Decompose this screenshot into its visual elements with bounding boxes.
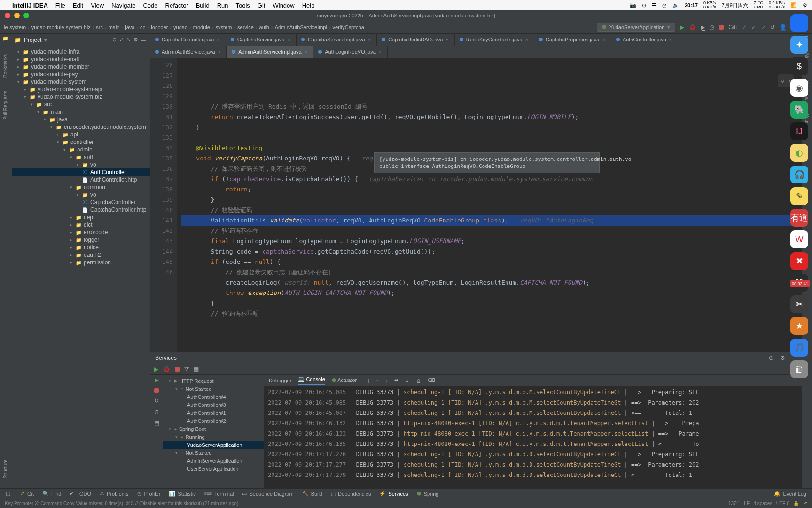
debug-button[interactable]: 🐞 <box>689 24 696 31</box>
menu-file[interactable]: File <box>55 2 65 9</box>
dock-app[interactable]: ✦ <box>790 36 808 54</box>
toolwindow-bookmarks[interactable]: Bookmarks <box>3 54 8 78</box>
dock-app[interactable]: ◉ <box>790 79 808 97</box>
menubar-control-center-icon[interactable]: ⚙ <box>803 2 807 8</box>
dock-app[interactable]: ★ <box>790 317 808 335</box>
dock-app[interactable]: 🗑 <box>790 360 808 378</box>
menu-build[interactable]: Build <box>196 2 210 9</box>
close-tab-icon[interactable]: × <box>669 37 672 42</box>
code-line[interactable]: // 缓存登陆用户到 Redis 中，返回 sessionId 编号 <box>181 102 802 112</box>
services-filter-icon[interactable]: ⧩ <box>184 366 189 373</box>
project-tree-row[interactable]: ▸📁yudao-module-mall <box>12 56 150 63</box>
services-settings-icon[interactable]: ⊙ <box>769 355 773 361</box>
close-tab-icon[interactable]: × <box>379 49 382 55</box>
editor-tab[interactable]: CaptchaService.java× <box>226 34 297 46</box>
breadcrumb[interactable]: le-system›yudao-module-system-biz›src›ma… <box>4 24 594 30</box>
editor-tab[interactable]: AdminAuthService.java× <box>150 46 227 58</box>
gutter-line[interactable]: 136 <box>150 164 173 174</box>
close-tab-icon[interactable]: × <box>368 37 371 42</box>
breadcrumb-item[interactable]: module <box>193 24 210 30</box>
menubar-clock-icon[interactable]: ◷ <box>662 2 667 8</box>
toolwindow-structure[interactable]: Structure <box>3 460 8 479</box>
project-panel-title[interactable]: Project <box>24 37 41 43</box>
code-line[interactable] <box>181 133 802 143</box>
services-tree-row[interactable]: AdminServerApplication <box>163 457 264 465</box>
menubar-icon[interactable]: ⊙ <box>642 2 646 8</box>
breadcrumb-item[interactable]: auth <box>259 24 269 30</box>
status-eol[interactable]: LF <box>744 501 750 506</box>
vcs-commit-icon[interactable]: ↙ <box>751 24 756 31</box>
dock-app[interactable]: ✎ <box>790 187 808 205</box>
toolwindow-pull-requests[interactable]: Pull Requests <box>3 91 8 120</box>
menubar-wifi-icon[interactable]: 📶 <box>790 2 797 8</box>
menu-refactor[interactable]: Refactor <box>165 2 188 9</box>
dock-app[interactable]: IJ <box>790 122 808 140</box>
project-tree-row[interactable]: ▾📁cn.iocoder.yudao.module.system <box>12 123 150 131</box>
code-line[interactable]: ValidationUtils.validate(validator, reqV… <box>181 215 802 226</box>
tool-stripe-toggle-icon[interactable]: ▢ <box>6 491 10 497</box>
breadcrumb-item[interactable]: src <box>96 24 103 30</box>
tool-build[interactable]: 🔨Build <box>302 491 322 497</box>
services-pin-icon[interactable]: ↻ <box>154 397 159 404</box>
editor-gutter[interactable]: 1261271281291301311321331341351361371381… <box>150 58 177 352</box>
gutter-line[interactable]: 127 <box>150 71 173 81</box>
breadcrumb-item[interactable]: cn <box>140 24 146 30</box>
editor-tab[interactable]: CaptchaProperties.java× <box>534 34 611 46</box>
close-tab-icon[interactable]: × <box>525 37 528 42</box>
console-wrap-icon[interactable]: ↵ <box>394 377 398 383</box>
log-line[interactable]: 2022-07-09 20:16:46.132 | DEBUG 33773 | … <box>268 418 798 429</box>
tool-problems[interactable]: ⚠Problems <box>100 491 128 497</box>
tool-statistic[interactable]: 📊Statistic <box>169 491 196 497</box>
menu-navigate[interactable]: Navigate <box>111 2 135 9</box>
collapse-all-icon[interactable]: ⤡ <box>126 37 131 43</box>
gutter-line[interactable]: 140 <box>150 205 173 215</box>
breadcrumb-item[interactable]: iocoder <box>151 24 168 30</box>
menu-tools[interactable]: Tools <box>235 2 250 9</box>
code-line[interactable]: // 验证码不存在 <box>181 226 802 236</box>
project-tree-row[interactable]: ▸📁yudao-module-pay <box>12 71 150 78</box>
breadcrumb-item[interactable]: service <box>237 24 254 30</box>
toolwindow-project[interactable]: 📁 <box>2 36 8 41</box>
gutter-line[interactable]: 137 <box>150 174 173 184</box>
services-tree-row[interactable]: YudaoServerApplication <box>163 441 264 449</box>
gutter-line[interactable]: 133 <box>150 133 173 143</box>
window-close[interactable] <box>5 13 10 18</box>
gutter-line[interactable]: 145 <box>150 257 173 267</box>
project-tree-row[interactable]: ▾📁java <box>12 116 150 123</box>
gutter-line[interactable]: 134 <box>150 143 173 153</box>
editor-tab[interactable]: CaptchaController.java× <box>150 34 226 46</box>
vcs-history-icon[interactable]: ↺ <box>770 24 775 31</box>
menu-window[interactable]: Window <box>273 2 294 9</box>
services-tree-row[interactable]: AuthController#1 <box>163 409 264 417</box>
gutter-line[interactable]: 141 <box>150 215 173 226</box>
project-tree-row[interactable]: ▸📁permission <box>12 259 150 266</box>
services-tree-row[interactable]: UserServerApplication <box>163 465 264 473</box>
project-tree-row[interactable]: ▸📁logger <box>12 236 150 244</box>
status-git-branch-icon[interactable]: ⎇ <box>802 501 807 506</box>
services-run-icon[interactable]: ▶ <box>154 366 158 373</box>
console-output[interactable]: 2022-07-09 20:16:45.085 | DEBUG 33773 | … <box>264 386 802 488</box>
gutter-line[interactable]: 139 <box>150 195 173 205</box>
dock-app[interactable]: ✖ <box>790 252 808 270</box>
code-line[interactable]: } <box>181 195 802 205</box>
menu-view[interactable]: View <box>91 2 104 9</box>
console-scroll-icon[interactable]: ⤓ <box>405 377 409 383</box>
editor-tab[interactable]: AuthLoginReqVO.java× <box>313 46 388 58</box>
services-tree-row[interactable]: ▾○ Not Started <box>163 385 264 393</box>
services-tree-row[interactable]: AuthController#3 <box>163 401 264 409</box>
tool-find[interactable]: 🔍Find <box>42 491 61 497</box>
dock-app[interactable] <box>790 14 808 32</box>
code-line[interactable]: } <box>181 298 802 309</box>
stop-button[interactable] <box>719 25 724 30</box>
select-opened-file-icon[interactable]: ⊙ <box>112 37 117 43</box>
project-tree-row[interactable]: 📄CaptchaController.http <box>12 206 150 214</box>
project-tree-row[interactable]: ▾📁admin <box>12 146 150 153</box>
project-tree-row[interactable]: ⒸAuthController <box>12 168 150 176</box>
tool-dependencies[interactable]: ⬚Dependencies <box>331 491 371 497</box>
code-line[interactable]: // 验证码不匹配 <box>181 309 802 319</box>
editor-tab[interactable]: AdminAuthServiceImpl.java× <box>227 46 313 58</box>
gutter-line[interactable]: 146 <box>150 267 173 278</box>
dock-app[interactable]: ✂ <box>790 295 808 313</box>
services-tree[interactable]: ▾▶ HTTP Request▾○ Not Started AuthContro… <box>163 375 264 488</box>
gutter-line[interactable]: 131 <box>150 112 173 122</box>
